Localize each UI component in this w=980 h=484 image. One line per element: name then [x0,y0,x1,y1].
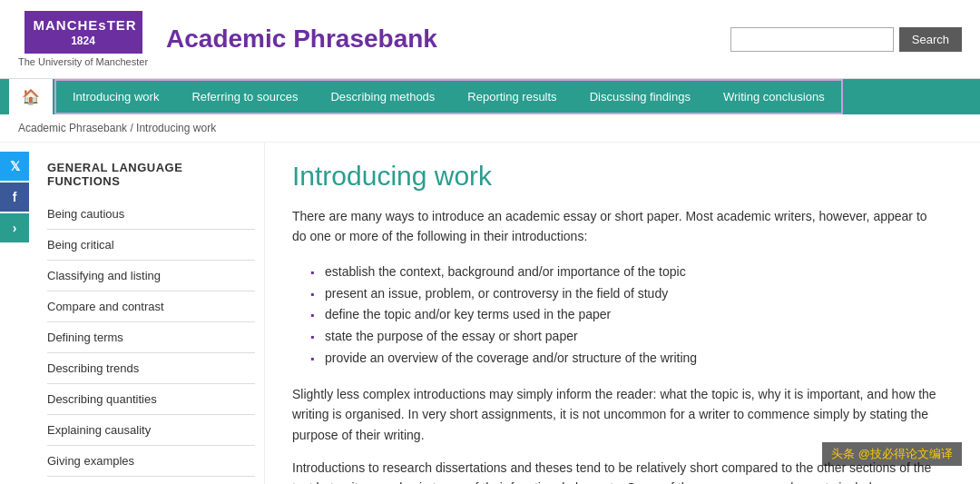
search-area: Search [730,27,962,52]
sidebar-item-being-cautious[interactable]: Being cautious [47,199,255,230]
sidebar-item-describing-trends[interactable]: Describing trends [47,353,255,384]
sidebar-item-defining-terms[interactable]: Defining terms [47,322,255,353]
site-title: Academic Phrasebank [166,25,730,54]
logo-year: 1824 [34,35,133,49]
sidebar-item-signalling-transition[interactable]: Signalling transition [47,477,255,484]
university-logo: MANCHEsTER 1824 [24,11,142,54]
sidebar-item-giving-examples[interactable]: Giving examples [47,446,255,477]
search-button[interactable]: Search [899,27,962,52]
nav-items-wrapper: Introducing work Referring to sources De… [54,79,843,114]
home-nav-button[interactable]: 🏠 [9,79,53,114]
content-title: Introducing work [292,161,944,192]
sidebar-item-explaining-causality[interactable]: Explaining causality [47,415,255,446]
sidebar-list: Being cautious Being critical Classifyin… [47,199,255,484]
bullet-item-3: define the topic and/or key terms used i… [310,304,944,326]
sidebar-heading: GENERAL LANGUAGE FUNCTIONS [47,161,255,188]
sidebar-item-describing-quantities[interactable]: Describing quantities [47,384,255,415]
bullet-item-4: state the purpose of the essay or short … [310,326,944,348]
nav-item-reporting-results[interactable]: Reporting results [451,81,573,113]
share-arrow-button[interactable]: › [0,213,29,242]
main-nav: 🏠 Introducing work Referring to sources … [0,79,980,114]
nav-item-introducing-work[interactable]: Introducing work [56,81,175,113]
logo-area: MANCHEsTER 1824 The University of Manche… [18,11,148,67]
bullet-item-5: provide an overview of the coverage and/… [310,348,944,370]
content-para-1: Slightly less complex introductions may … [292,384,944,445]
main-layout: 𝕏 f › GENERAL LANGUAGE FUNCTIONS Being c… [0,143,980,484]
breadcrumb: Academic Phrasebank / Introducing work [0,114,980,143]
content-para-2: Introductions to research dissertations … [292,458,944,484]
twitter-button[interactable]: 𝕏 [0,152,29,181]
nav-item-describing-methods[interactable]: Describing methods [314,81,451,113]
facebook-button[interactable]: f [0,183,29,212]
breadcrumb-current: Introducing work [136,122,216,134]
bullet-item-2: present an issue, problem, or controvers… [310,283,944,305]
logo-subtitle: The University of Manchester [18,56,148,67]
page-header: MANCHEsTER 1824 The University of Manche… [0,0,980,79]
sidebar-item-being-critical[interactable]: Being critical [47,230,255,261]
logo-name: MANCHEsTER [34,16,133,35]
sidebar-item-compare-contrast[interactable]: Compare and contrast [47,291,255,322]
nav-item-writing-conclusions[interactable]: Writing conclusions [707,81,841,113]
bullet-item-1: establish the context, background and/or… [310,262,944,283]
breadcrumb-home[interactable]: Academic Phrasebank [18,122,127,134]
left-sidebar: GENERAL LANGUAGE FUNCTIONS Being cautiou… [29,143,265,484]
content-area: Introducing work There are many ways to … [265,143,980,484]
content-intro: There are many ways to introduce an acad… [292,206,944,247]
nav-item-discussing-findings[interactable]: Discussing findings [573,81,707,113]
nav-item-referring-sources[interactable]: Referring to sources [175,81,314,113]
social-sidebar: 𝕏 f › [0,143,29,484]
sidebar-item-classifying-listing[interactable]: Classifying and listing [47,261,255,291]
search-input[interactable] [730,27,894,52]
bullet-list: establish the context, background and/or… [310,262,944,370]
